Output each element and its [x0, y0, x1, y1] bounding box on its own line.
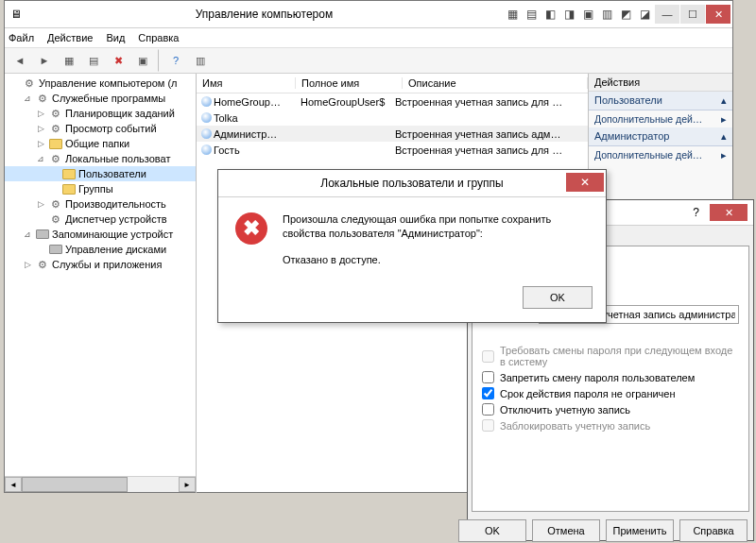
error-title: Локальные пользователи и группы [320, 177, 503, 190]
tree-item[interactable]: ⊿Запоминающие устройст [5, 227, 196, 242]
collapse-icon: ▴ [721, 130, 727, 143]
chk-require-change: Требовать смены пароля при следующем вхо… [482, 345, 739, 367]
list-item[interactable]: Администр…Встроенная учетная запись адм… [197, 126, 588, 142]
tree-item[interactable]: ⊿⚙Локальные пользоват [5, 151, 196, 166]
error-body: ✖ Произошла следующая ошибка при попытке… [218, 197, 606, 279]
help-icon[interactable]: ? [693, 206, 699, 219]
col-desc[interactable]: Описание [403, 77, 588, 89]
menu-help[interactable]: Справка [138, 32, 179, 43]
actions-group-admin[interactable]: Администратор▴ [589, 127, 732, 146]
list-item[interactable]: HomeGroup…HomeGroupUser$Встроенная учетн… [197, 93, 588, 110]
list-header: Имя Полное имя Описание [197, 74, 588, 93]
action-button[interactable]: ▣ [131, 49, 154, 72]
tree-item[interactable]: Пользователи [5, 166, 196, 181]
tree-item[interactable]: ▷⚙Производительность [5, 196, 196, 212]
tree-item[interactable]: Группы [5, 181, 196, 196]
window-title: Управление компьютером [22, 8, 507, 21]
help-button[interactable]: Справка [679, 519, 747, 542]
menubar: Файл Действие Вид Справка [5, 28, 732, 48]
chk-never-expire[interactable]: Срок действия пароля не ограничен [482, 387, 739, 399]
apply-button[interactable]: Применить [606, 519, 674, 542]
actions-item-1[interactable]: Дополнительные дей…▸ [589, 110, 732, 127]
error-text-1: Произошла следующая ошибка при попытке с… [283, 212, 589, 242]
close-button[interactable]: ✕ [706, 5, 730, 24]
error-text-2: Отказано в доступе. [283, 253, 589, 267]
tree-item[interactable]: ▷Общие папки [5, 136, 196, 151]
error-close-button[interactable]: ✕ [566, 173, 604, 192]
menu-view[interactable]: Вид [106, 32, 125, 43]
properties-buttons: OK Отмена Применить Справка [468, 512, 753, 543]
chk-disable[interactable]: Отключить учетную запись [482, 403, 739, 416]
toolbar-separator [158, 49, 161, 72]
help-button[interactable]: ? [164, 49, 187, 72]
tree-item[interactable]: ⚙Управление компьютером (л [5, 76, 196, 91]
extra-button[interactable]: ▥ [189, 49, 212, 72]
toolbar: ◄ ► ▦ ▤ ✖ ▣ ? ▥ [5, 48, 732, 74]
error-buttons: OK [218, 279, 606, 322]
tree-scrollbar[interactable]: ◄► [5, 476, 196, 492]
arrow-icon: ▸ [721, 149, 727, 161]
fwd-button[interactable]: ► [33, 49, 56, 72]
tree-item[interactable]: Управление дисками [5, 242, 196, 257]
tree-item[interactable]: ▷⚙Службы и приложения [5, 257, 196, 272]
error-dialog: Локальные пользователи и группы ✕ ✖ Прои… [217, 169, 607, 323]
error-titlebar: Локальные пользователи и группы ✕ [218, 170, 606, 197]
tree-item[interactable]: ▷⚙Планировщик заданий [5, 106, 196, 121]
tree-item[interactable]: ▷⚙Просмотр событий [5, 121, 196, 136]
titlebar-decor-icons: ▦▤◧◨▣▥◩◪ [507, 8, 650, 21]
tree-item[interactable]: ⊿⚙Служебные программы [5, 91, 196, 106]
delete-button[interactable]: ✖ [107, 49, 129, 72]
titlebar: 🖥 Управление компьютером ▦▤◧◨▣▥◩◪ — ☐ ✕ [5, 1, 732, 28]
list-item[interactable]: Tolka [197, 110, 588, 126]
app-icon: 🖥 [10, 8, 22, 21]
col-full[interactable]: Полное имя [296, 77, 403, 89]
menu-file[interactable]: Файл [9, 32, 34, 43]
maximize-button[interactable]: ☐ [680, 5, 705, 24]
up-button[interactable]: ▦ [58, 49, 80, 72]
properties-close-button[interactable]: ✕ [710, 204, 747, 221]
error-ok-button[interactable]: OK [523, 286, 593, 309]
tree-item[interactable]: ⚙Диспетчер устройств [5, 212, 196, 227]
actions-header: Действия [589, 74, 732, 92]
actions-item-2[interactable]: Дополнительные дей…▸ [589, 146, 732, 163]
props-button[interactable]: ▤ [82, 49, 105, 72]
list-item[interactable]: ГостьВстроенная учетная запись для … [197, 142, 588, 158]
actions-group-users[interactable]: Пользователи▴ [589, 92, 732, 110]
ok-button[interactable]: OK [458, 519, 526, 542]
minimize-button[interactable]: — [655, 5, 679, 24]
error-icon: ✖ [235, 212, 267, 245]
menu-action[interactable]: Действие [47, 32, 93, 43]
chk-lock: Заблокировать учетную запись [482, 419, 739, 432]
arrow-icon: ▸ [721, 113, 727, 125]
cancel-button[interactable]: Отмена [532, 519, 600, 542]
collapse-icon: ▴ [721, 94, 727, 107]
tree-panel[interactable]: ⚙Управление компьютером (л⊿⚙Служебные пр… [5, 74, 197, 493]
chk-deny-change[interactable]: Запретить смену пароля пользователем [482, 371, 739, 383]
back-button[interactable]: ◄ [9, 49, 31, 72]
col-name[interactable]: Имя [197, 77, 296, 89]
